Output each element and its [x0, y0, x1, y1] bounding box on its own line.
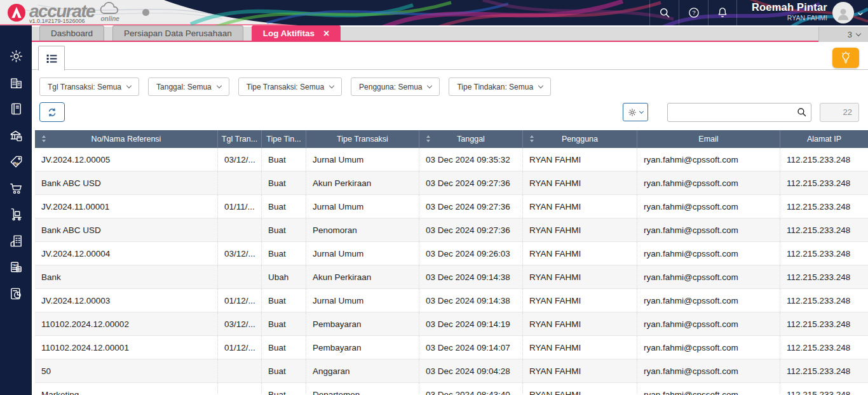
column-header-tipe-transaksi[interactable]: Tipe Transaksi: [306, 130, 419, 148]
cell-tipe-tindakan: Buat: [262, 218, 306, 241]
cell-tanggal: 03 Dec 2024 09:14:38: [419, 289, 523, 312]
filter-tanggal[interactable]: Tanggal: Semua: [148, 77, 229, 96]
person-icon: [835, 6, 851, 22]
column-header-tipe-tindakan[interactable]: Tipe Tin...: [262, 130, 306, 148]
search-icon[interactable]: [649, 0, 679, 25]
filter-tgl-transaksi[interactable]: Tgl Transaksi: Semua: [39, 77, 139, 96]
accurate-logo-icon: [6, 3, 27, 23]
tab-log-aktifitas[interactable]: Log Aktifitas×: [252, 25, 341, 41]
cell-tgl-transaksi: 01/12/...: [218, 336, 262, 359]
cell-email: ryan.fahmi@cpssoft.com: [637, 383, 780, 395]
cell-tanggal: 03 Dec 2024 09:27:36: [419, 218, 523, 241]
sort-icon[interactable]: [42, 135, 46, 142]
sidebar-item-cash-bank[interactable]: [0, 123, 32, 149]
table-action-row: 22: [39, 102, 859, 122]
ledger-book-icon: [9, 102, 24, 116]
sidebar-item-ledger[interactable]: [0, 96, 32, 123]
sidebar-item-company[interactable]: [0, 70, 32, 97]
magnifier-icon[interactable]: [796, 107, 807, 117]
table-settings-dropdown[interactable]: [623, 103, 648, 121]
activity-log-table: No/Nama ReferensiTgl Tran...Tipe Tin...T…: [35, 130, 868, 395]
table-row[interactable]: 50BuatAnggaran03 Dec 2024 09:04:28RYAN F…: [35, 359, 868, 383]
user-block[interactable]: Roemah Pintar RYAN FAHMI: [752, 1, 827, 22]
cell-tgl-transaksi: [218, 359, 262, 382]
cell-tanggal: 03 Dec 2024 09:14:38: [419, 265, 523, 288]
chevron-down-icon[interactable]: [857, 10, 864, 18]
cell-no-nama-referensi: JV.2024.12.00005: [35, 148, 218, 171]
cell-no-nama-referensi: JV.2024.12.00004: [35, 242, 218, 265]
column-header-tanggal[interactable]: Tanggal: [419, 130, 523, 148]
chevron-down-icon: [217, 83, 222, 88]
sidebar-item-sales[interactable]: Rp: [0, 149, 32, 175]
table-row[interactable]: JV.2024.12.0000301/12/...BuatJurnal Umum…: [35, 289, 868, 312]
table-row[interactable]: Bank ABC USDBuatPenomoran03 Dec 2024 09:…: [35, 218, 868, 242]
sidebar-item-settings[interactable]: [0, 43, 32, 70]
column-header-tgl-transaksi[interactable]: Tgl Tran...: [218, 130, 262, 148]
filter-tipe-tindakan[interactable]: Tipe Tindakan: Semua: [449, 77, 551, 96]
table-row[interactable]: 110102.2024.12.0000203/12/...BuatPembaya…: [35, 312, 868, 336]
help-icon[interactable]: ?: [679, 0, 708, 25]
user-name: RYAN FAHMI: [752, 14, 827, 22]
column-label: Alamat IP: [807, 135, 841, 144]
tab-dashboard[interactable]: Dashboard: [39, 25, 104, 41]
close-icon[interactable]: ×: [323, 29, 329, 38]
open-tab-count-dropdown[interactable]: 3: [818, 27, 868, 42]
filter-tipe-transaksi[interactable]: Tipe Transaksi: Semua: [238, 77, 342, 96]
sidebar-item-fixed-assets[interactable]: [0, 228, 32, 255]
column-label: Pengguna: [562, 135, 598, 144]
cell-tipe-transaksi: Jurnal Umum: [306, 195, 419, 218]
record-count: 22: [820, 103, 859, 122]
cell-email: ryan.fahmi@cpssoft.com: [637, 195, 780, 218]
search-input[interactable]: [667, 103, 811, 122]
sidebar-item-reports[interactable]: [0, 281, 32, 307]
column-header-email[interactable]: Email: [637, 130, 780, 148]
refresh-button[interactable]: [39, 102, 65, 122]
cell-tgl-transaksi: 01/12/...: [218, 289, 262, 312]
sidebar-item-inventory[interactable]: [0, 201, 32, 228]
app-version: v1.0.1#2179-1526006: [29, 18, 85, 24]
tab-persiapan-data-perusahaan[interactable]: Persiapan Data Perusahaan: [112, 25, 243, 41]
sidebar-item-tax[interactable]: TAX: [0, 254, 32, 281]
sort-icon[interactable]: [530, 135, 534, 142]
trolley-icon: [9, 207, 24, 222]
cell-alamat-ip: 112.215.233.248: [780, 218, 868, 241]
column-label: Tgl Tran...: [222, 135, 257, 144]
cell-email: ryan.fahmi@cpssoft.com: [637, 359, 780, 382]
sort-icon[interactable]: [426, 135, 430, 142]
table-row[interactable]: BankUbahAkun Perkiraan03 Dec 2024 09:14:…: [35, 265, 868, 289]
column-label: Tipe Transaksi: [337, 135, 388, 144]
sidebar-item-purchases[interactable]: [0, 175, 32, 202]
cell-tgl-transaksi: [218, 265, 262, 288]
table-row[interactable]: JV.2024.12.0000503/12/...BuatJurnal Umum…: [35, 148, 868, 171]
column-header-no-nama-referensi[interactable]: No/Nama Referensi: [35, 130, 218, 148]
filter-pengguna[interactable]: Pengguna: Semua: [351, 77, 440, 96]
table-row[interactable]: JV.2024.11.0000101/11/...BuatJurnal Umum…: [35, 195, 868, 218]
cell-email: ryan.fahmi@cpssoft.com: [637, 312, 780, 335]
column-header-alamat-ip[interactable]: Alamat IP: [780, 130, 868, 148]
filter-label: Tipe Transaksi: Semua: [247, 83, 324, 91]
cell-pengguna: RYAN FAHMI: [523, 242, 637, 265]
cell-alamat-ip: 112.215.233.248: [780, 336, 868, 359]
highlight-tips-button[interactable]: [832, 48, 859, 68]
cell-no-nama-referensi: Bank ABC USD: [35, 218, 218, 241]
cell-tipe-transaksi: Penomoran: [306, 218, 419, 241]
log-list-subtab[interactable]: [38, 46, 65, 70]
company-building-icon: [9, 76, 24, 90]
filter-label: Tipe Tindakan: Semua: [457, 83, 533, 91]
cell-tgl-transaksi: [218, 218, 262, 241]
avatar[interactable]: [832, 2, 854, 23]
table-row[interactable]: MarketingBuatDepartemen03 Dec 2024 08:43…: [35, 383, 868, 395]
cell-pengguna: RYAN FAHMI: [523, 383, 637, 395]
gear-icon: [9, 49, 24, 64]
cell-alamat-ip: 112.215.233.248: [780, 148, 868, 171]
tab-label: Persiapan Data Perusahaan: [124, 29, 232, 38]
bell-icon[interactable]: [708, 0, 737, 25]
cell-tanggal: 03 Dec 2024 09:26:03: [419, 242, 523, 265]
cell-alamat-ip: 112.215.233.248: [780, 289, 868, 312]
column-header-pengguna[interactable]: Pengguna: [523, 130, 637, 148]
table-row[interactable]: Bank ABC USDBuatAkun Perkiraan03 Dec 202…: [35, 171, 868, 195]
cell-tanggal: 03 Dec 2024 09:14:19: [419, 312, 523, 335]
table-row[interactable]: JV.2024.12.0000403/12/...BuatJurnal Umum…: [35, 242, 868, 265]
cell-tgl-transaksi: 03/12/...: [218, 242, 262, 265]
table-row[interactable]: 110102.2024.12.0000101/12/...BuatPembaya…: [35, 336, 868, 359]
